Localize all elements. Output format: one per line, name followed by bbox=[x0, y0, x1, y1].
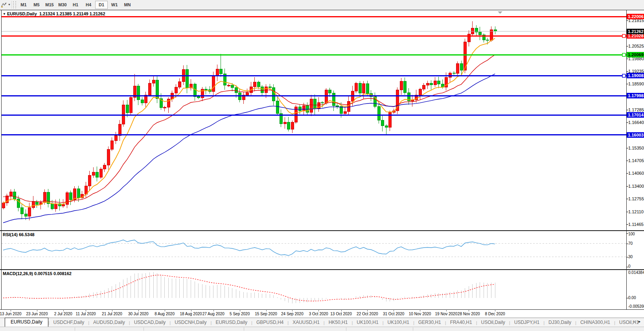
timeframe-button-M5[interactable]: M5 bbox=[30, 1, 43, 9]
chart-tab[interactable]: USOil,Daily bbox=[477, 318, 509, 327]
current-price-badge: 1.21262 bbox=[627, 29, 644, 34]
chart-tab-bar: EURUSD,Daily|USDCHF,Daily|AUDUSD,Daily|U… bbox=[0, 318, 644, 327]
timeframe-button-D1[interactable]: D1 bbox=[95, 1, 108, 9]
timeframe-button-M15[interactable]: M15 bbox=[43, 1, 56, 9]
ohlc-close: 1.21262 bbox=[90, 11, 105, 16]
price-tick-label: 1.17285 bbox=[628, 107, 644, 112]
date-label: 8 Aug 2020 bbox=[155, 312, 175, 316]
horizontal-level-lines[interactable] bbox=[2, 17, 626, 135]
date-label: 23 Jun 2020 bbox=[26, 312, 48, 316]
status-bar-separator bbox=[346, 327, 346, 331]
rsi-tick bbox=[626, 267, 628, 267]
date-tick bbox=[240, 310, 240, 311]
chart-tab[interactable]: EURUSD,Daily bbox=[5, 318, 48, 327]
date-label: 13 Jun 2020 bbox=[0, 312, 22, 316]
price-tick-label: 1.12755 bbox=[628, 196, 644, 201]
candlesticks bbox=[2, 21, 497, 220]
date-label: 11 Jul 2020 bbox=[76, 312, 96, 316]
ohlc-low: 1.21149 bbox=[73, 11, 88, 16]
date-label: 13 Oct 2020 bbox=[330, 312, 351, 316]
date-label: 2 Jul 2020 bbox=[54, 312, 72, 316]
top-toolbar: ▼ M1M5M15M30H1H4D1W1MN bbox=[0, 0, 644, 10]
date-label: 5 Sep 2020 bbox=[230, 312, 250, 316]
status-bar-separator bbox=[75, 327, 75, 331]
chart-tab[interactable]: UK100,H1 bbox=[384, 318, 413, 327]
chart-tab[interactable]: EURUSD,Daily bbox=[212, 318, 251, 327]
price-level-badge: 1.16003 bbox=[627, 132, 644, 138]
rsi-tick bbox=[626, 233, 628, 234]
macd-axis-label: 0.014384 bbox=[628, 270, 644, 275]
macd-zero-tick bbox=[626, 298, 628, 298]
time-axis[interactable]: 13 Jun 202023 Jun 20202 Jul 202011 Jul 2… bbox=[0, 310, 644, 318]
tab-scroll-left-icon[interactable]: ◄ bbox=[631, 320, 637, 324]
timeframe-button-M1[interactable]: M1 bbox=[17, 1, 30, 9]
level-drag-handle[interactable] bbox=[622, 34, 626, 37]
rsi-axis-label: 0 bbox=[628, 264, 644, 269]
rsi-tick bbox=[626, 257, 628, 257]
chart-tab[interactable]: USDCHF,Daily bbox=[50, 318, 88, 327]
date-label: 28 Nov 2020 bbox=[458, 312, 480, 316]
rsi-line bbox=[3, 240, 495, 256]
macd-indicator-panel[interactable] bbox=[0, 270, 644, 310]
status-bar-separator bbox=[144, 327, 144, 331]
chart-tab[interactable]: HK50,H1 bbox=[325, 318, 352, 327]
chart-tab[interactable]: USDCAD,Daily bbox=[130, 318, 170, 327]
medium-ma-line bbox=[3, 55, 495, 202]
chart-bottom-border bbox=[0, 309, 644, 310]
chart-tab[interactable]: UK100,H1 bbox=[353, 318, 382, 327]
chart-tab[interactable]: USDCNH,Daily bbox=[171, 318, 210, 327]
timeframe-button-MN[interactable]: MN bbox=[121, 1, 134, 9]
price-tick-label: 1.14705 bbox=[628, 158, 644, 163]
date-label: 24 Sep 2020 bbox=[281, 312, 304, 316]
status-bar-separator bbox=[413, 327, 413, 331]
chart-tab[interactable]: DJ30,Daily bbox=[545, 318, 575, 327]
price-tick-label: 1.16640 bbox=[628, 120, 644, 125]
date-label: 19 Nov 2020 bbox=[435, 312, 458, 316]
rsi-tick bbox=[626, 244, 628, 244]
timeframe-button-W1[interactable]: W1 bbox=[108, 1, 121, 9]
macd-signal-line bbox=[3, 275, 495, 301]
toolbar-grip-handle[interactable] bbox=[13, 1, 16, 8]
chart-line-tool-icon[interactable] bbox=[1, 1, 8, 8]
chart-tab[interactable]: GER30,H1 bbox=[414, 318, 445, 327]
price-level-badge: 1.20069 bbox=[627, 52, 644, 57]
timeframe-button-H4[interactable]: H4 bbox=[82, 1, 95, 9]
chart-tab[interactable]: USDJPY,H1 bbox=[510, 318, 543, 327]
status-bar-separator bbox=[244, 327, 244, 331]
date-tick bbox=[266, 310, 267, 311]
tab-scroll-right-icon[interactable]: ► bbox=[637, 320, 642, 324]
chart-symbol-period: EURUSD,Daily bbox=[7, 11, 37, 16]
chart-tab[interactable]: GBPUSD,H4 bbox=[252, 318, 287, 327]
date-label: 18 Aug 2020 bbox=[180, 312, 202, 316]
chart-shift-marker-icon[interactable] bbox=[498, 11, 502, 14]
timeframe-button-M30[interactable]: M30 bbox=[56, 1, 69, 9]
rsi-label: RSI(14) 66.5348 bbox=[3, 232, 35, 237]
level-drag-handle[interactable] bbox=[622, 74, 626, 77]
date-label: 22 Oct 2020 bbox=[357, 312, 378, 316]
main-price-chart[interactable] bbox=[0, 10, 644, 230]
price-tick-label: 1.13400 bbox=[628, 184, 644, 189]
date-tick bbox=[165, 310, 165, 311]
price-level-badge: 1.22006 bbox=[627, 14, 644, 19]
price-level-badge: 1.19008 bbox=[627, 73, 644, 78]
chart-tab[interactable]: XAUUSD,H1 bbox=[289, 318, 324, 327]
chart-tab[interactable]: CHINA300,H1 bbox=[576, 318, 614, 327]
date-label: 3 Oct 2020 bbox=[309, 312, 328, 316]
chart-tab[interactable]: AUDUSD,Daily bbox=[89, 318, 129, 327]
fast-ma-line bbox=[3, 39, 495, 207]
rsi-axis-label: 30 bbox=[628, 255, 644, 259]
price-tick-label: 1.18590 bbox=[628, 81, 644, 86]
title-collapse-icon[interactable]: ▼ bbox=[3, 12, 6, 16]
date-tick bbox=[292, 310, 293, 311]
chart-tab[interactable]: FRA40,H1 bbox=[446, 318, 476, 327]
status-bar bbox=[0, 327, 644, 331]
rsi-indicator-panel[interactable] bbox=[0, 231, 644, 269]
date-tick bbox=[394, 310, 394, 311]
date-label: 10 Nov 2020 bbox=[409, 312, 431, 316]
macd-axis-label: -0.005396 bbox=[628, 304, 644, 309]
toolbar-dropdown-icon[interactable]: ▼ bbox=[8, 3, 11, 6]
price-level-badge: 1.17998 bbox=[627, 93, 644, 98]
timeframe-button-H1[interactable]: H1 bbox=[69, 1, 82, 9]
level-drag-handle[interactable] bbox=[622, 53, 626, 56]
date-tick bbox=[420, 310, 420, 311]
